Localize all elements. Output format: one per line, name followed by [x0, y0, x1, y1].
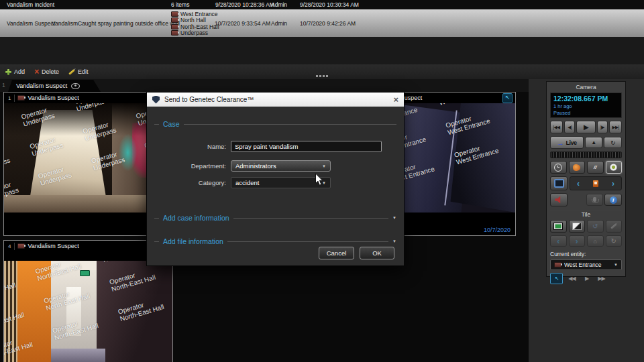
home-icon: ⌂ — [594, 238, 597, 245]
playback-state: Paused — [553, 110, 619, 116]
splitter-handle[interactable] — [316, 75, 329, 78]
hall-orange-wall — [17, 261, 53, 362]
bookmark-icon[interactable] — [593, 180, 598, 187]
microphone-icon — [593, 197, 596, 202]
entity-cycle-row: ↖ ◀◀ ▶ ▶▶ — [550, 273, 622, 284]
send-to-clearance-dialog: Send to Genetec Clearance™ × Case Name: … — [146, 92, 405, 266]
slash-icon: // — [594, 164, 596, 170]
tile-4-number: 4 — [7, 243, 15, 250]
refresh-button[interactable]: ↻ — [606, 235, 623, 247]
loop-playback-button[interactable]: ↻ — [604, 137, 622, 148]
listen-button[interactable] — [550, 193, 568, 206]
image-icon — [572, 223, 582, 230]
timeline-scrubber[interactable] — [550, 152, 622, 158]
add-file-info-label: Add file information — [163, 237, 223, 245]
camera-icon — [17, 243, 25, 249]
playback-timestamp: 12:32:08.667 PM — [553, 95, 619, 103]
playback-controls-row: |◀◀ ◀| ▶ |▶ ▶▶| — [550, 121, 622, 133]
pencil-icon — [68, 69, 75, 75]
chevron-down-icon: ▼ — [614, 263, 618, 267]
play-button[interactable]: ▶ — [576, 121, 596, 133]
graffiti-teal — [119, 134, 138, 171]
camera-icon — [554, 262, 561, 267]
add-file-info-expander[interactable]: Add file information▼ — [154, 237, 396, 245]
dialog-body: Case Name: Department: Administrators ▼ … — [147, 107, 404, 265]
delete-label: Delete — [42, 68, 59, 75]
add-case-info-expander[interactable]: Add case information▼ — [154, 214, 396, 222]
department-field-row: Department: Administrators ▼ — [152, 160, 331, 172]
step-forward-button[interactable]: |▶ — [597, 121, 608, 133]
event-camera-list: West Entrance North Hall North-East Hall… — [171, 11, 219, 36]
slow-motion-button[interactable]: ▲ — [585, 137, 603, 148]
cycle-forward-button[interactable]: ▶▶ — [596, 274, 607, 284]
go-live-button[interactable]: →Live — [550, 136, 584, 149]
edit-tile-button[interactable] — [606, 220, 623, 233]
tab-vandalism-suspect[interactable]: Vandalism Suspect — [8, 80, 101, 92]
current-entity-dropdown[interactable]: West Entrance ▼ — [550, 259, 622, 270]
monitor-icon — [553, 223, 563, 230]
add-label: Add — [14, 68, 25, 75]
eye-icon — [71, 83, 80, 89]
tile-section-title: Tile — [550, 210, 622, 220]
camera-icon — [171, 17, 178, 23]
camera-name: North Hall — [180, 17, 206, 23]
jump-start-button[interactable]: |◀◀ — [550, 121, 563, 133]
go-to-time-button[interactable] — [550, 161, 567, 174]
event-name: Vandalism Suspect — [7, 20, 55, 27]
incident-owner: Admin — [271, 1, 287, 8]
back-tile-button[interactable]: ‹ — [550, 235, 567, 247]
name-field-row: Name: — [152, 141, 382, 152]
tile-4-video[interactable]: OperatorNorth-East HallOperatorNorth-Eas… — [4, 261, 172, 362]
home-button[interactable]: ⌂ — [587, 235, 604, 247]
slow-speed-button[interactable]: // — [587, 161, 604, 174]
cancel-button[interactable]: Cancel — [319, 247, 354, 259]
department-label: Department: — [152, 162, 231, 170]
undo-button[interactable]: ↺ — [587, 220, 604, 233]
visual-tracking-icon — [573, 164, 580, 171]
step-back-button[interactable]: ◀| — [564, 121, 575, 133]
visual-tracking-button[interactable] — [569, 161, 586, 174]
monitor-button[interactable] — [550, 220, 567, 233]
stream-info-button[interactable] — [604, 194, 622, 206]
hall-floor — [51, 349, 105, 362]
entrance-right-wall — [450, 103, 515, 213]
select-tile-button[interactable]: ↖ — [550, 273, 563, 284]
undo-icon: ↺ — [592, 223, 598, 230]
hall-end-door — [66, 287, 82, 335]
tile-tool-row-1: ↺ — [550, 220, 622, 233]
mouse-cursor — [315, 173, 324, 189]
cancel-label: Cancel — [327, 249, 347, 257]
live-label: Live — [566, 139, 577, 146]
maximize-tile-button[interactable] — [502, 93, 513, 103]
edit-button[interactable]: Edit — [68, 68, 89, 75]
ok-button[interactable]: OK — [360, 247, 394, 259]
camera-control-panel: Camera 12:32:08.667 PM 1 hr ago Paused |… — [546, 81, 626, 277]
snapshot-button[interactable] — [569, 220, 586, 233]
digital-zoom-button[interactable] — [550, 176, 568, 190]
dialog-title-bar[interactable]: Send to Genetec Clearance™ × — [147, 93, 404, 107]
department-value: Administrators — [235, 162, 276, 170]
delete-button[interactable]: ×Delete — [34, 68, 59, 75]
tab-index: 1 — [2, 82, 5, 88]
event-row-selected[interactable]: Vandalism Suspect Vandalism Caught spray… — [0, 9, 644, 38]
previous-bookmark-button[interactable]: ‹ — [577, 180, 580, 187]
next-bookmark-button[interactable]: › — [612, 180, 614, 187]
close-icon[interactable]: × — [393, 95, 398, 104]
record-button[interactable] — [606, 161, 623, 174]
jump-end-button[interactable]: ▶▶| — [609, 121, 622, 133]
add-button[interactable]: Add — [5, 68, 25, 75]
department-dropdown[interactable]: Administrators ▼ — [231, 160, 331, 172]
hall-dark-wall — [97, 261, 172, 362]
event-owner: Admin — [271, 20, 287, 27]
cycle-play-button[interactable]: ▶ — [581, 274, 592, 284]
camera-list-item: North Hall — [171, 17, 219, 24]
incident-row[interactable]: Vandalism Incident 6 items 9/28/2020 10:… — [0, 0, 644, 9]
talk-button[interactable] — [586, 194, 604, 206]
playback-clock-display: 12:32:08.667 PM 1 hr ago Paused — [550, 93, 622, 118]
cycle-back-button[interactable]: ◀◀ — [566, 274, 578, 284]
chevron-down-icon: ▼ — [392, 239, 396, 243]
tile-1-title: Vandalism Suspect — [28, 95, 78, 101]
forward-tile-button[interactable]: › — [569, 235, 586, 247]
live-arrow-icon: → — [557, 139, 564, 146]
name-input[interactable] — [231, 141, 382, 152]
